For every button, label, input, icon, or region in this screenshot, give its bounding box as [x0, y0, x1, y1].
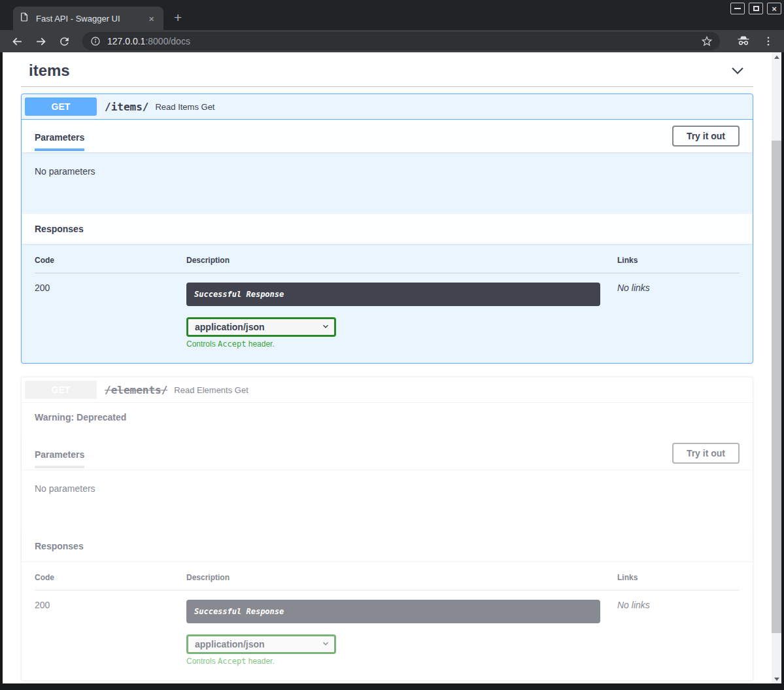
back-icon [11, 35, 24, 48]
minimize-icon [734, 8, 741, 9]
endpoint-summary-row[interactable]: GET /items/ Read Items Get [22, 94, 753, 120]
responses-body: Code Description Links 200 Successful Re… [22, 244, 753, 363]
url-host: 127.0.0.1 [107, 36, 145, 46]
try-it-out-button[interactable]: Try it out [672, 126, 740, 147]
reload-icon [58, 35, 71, 48]
accept-header-note: Controls Accept header. [186, 339, 617, 349]
no-links-text: No links [617, 591, 740, 666]
method-badge: GET [25, 381, 97, 399]
parameters-body: No parameters [22, 470, 753, 531]
window-controls: × [730, 3, 781, 14]
responses-table: Code Description Links 200 Successful Re… [35, 256, 740, 349]
incognito-icon[interactable] [736, 33, 751, 49]
no-parameters-text: No parameters [35, 483, 95, 494]
endpoint-get-elements-deprecated: GET /elements/ Read Elements Get Warning… [21, 377, 753, 681]
bookmark-star-icon[interactable] [700, 35, 713, 48]
no-parameters-text: No parameters [35, 166, 95, 177]
tab-title: Fast API - Swagger UI [36, 14, 146, 24]
scroll-down-button[interactable] [772, 674, 781, 683]
parameters-tab: Parameters [35, 439, 84, 468]
response-code: 200 [35, 273, 186, 349]
responses-table: Code Description Links 200 Successful Re… [35, 573, 740, 666]
scroll-up-button[interactable] [772, 52, 781, 61]
media-type-select[interactable]: application/json [186, 317, 336, 337]
responses-title: Responses [22, 531, 753, 561]
new-tab-button[interactable]: + [170, 9, 186, 26]
response-description-cell: Successful Response application/json Con… [186, 273, 617, 349]
parameters-header: Parameters Try it out [22, 120, 753, 152]
responses-body: Code Description Links 200 Successful Re… [22, 561, 753, 680]
parameters-header: Parameters Try it out [22, 437, 753, 470]
reload-button[interactable] [56, 33, 72, 49]
no-links-text: No links [617, 273, 740, 349]
accept-header-note: Controls Accept header. [186, 657, 617, 666]
maximize-button[interactable] [749, 3, 763, 14]
chevron-down-icon[interactable] [730, 63, 745, 78]
browser-tab[interactable]: Fast API - Swagger UI × [13, 7, 163, 30]
media-type-select-wrap: application/json [186, 317, 336, 337]
tag-title: items [29, 61, 70, 80]
links-column-header: Links [617, 573, 740, 591]
browser-toolbar: 127.0.0.1:8000/docs [0, 30, 784, 52]
endpoint-path: /elements/ [97, 384, 174, 396]
parameters-body: No parameters [22, 152, 753, 214]
minimize-button[interactable] [730, 3, 745, 14]
responses-title: Responses [22, 214, 753, 244]
title-bar: Fast API - Swagger UI × + × [0, 0, 784, 30]
tag-section-header[interactable]: items [21, 56, 753, 87]
swagger-page: items GET /items/ Read Items Get Paramet… [3, 52, 781, 683]
media-type-select-wrap: application/json [186, 634, 336, 654]
scroll-thumb[interactable] [772, 141, 781, 633]
close-icon: × [772, 5, 777, 13]
forward-icon [35, 35, 47, 48]
endpoint-summary-row[interactable]: GET /elements/ Read Elements Get [22, 377, 753, 403]
response-description-box: Successful Response [186, 600, 600, 623]
links-column-header: Links [617, 256, 740, 273]
description-column-header: Description [186, 256, 617, 273]
info-icon[interactable] [90, 36, 101, 46]
method-badge: GET [25, 97, 97, 116]
back-button[interactable] [9, 33, 25, 49]
code-column-header: Code [35, 573, 186, 591]
triangle-down-icon [774, 678, 779, 681]
swagger-content: items GET /items/ Read Items Get Paramet… [3, 52, 781, 681]
response-description-box: Successful Response [186, 283, 600, 306]
address-bar[interactable]: 127.0.0.1:8000/docs [82, 32, 720, 50]
endpoint-get-items: GET /items/ Read Items Get Parameters Tr… [21, 94, 753, 364]
response-description-cell: Successful Response application/json Con… [186, 591, 617, 666]
deprecated-warning: Warning: Deprecated [22, 403, 753, 437]
kebab-menu-icon [762, 35, 774, 47]
media-type-select[interactable]: application/json [186, 634, 336, 654]
triangle-up-icon [774, 56, 779, 59]
scrollbar[interactable] [772, 52, 781, 683]
url-path: :8000/docs [145, 36, 190, 46]
endpoint-summary: Read Elements Get [174, 385, 248, 395]
code-column-header: Code [35, 256, 186, 273]
close-button[interactable]: × [767, 3, 781, 14]
tab-close-icon[interactable]: × [146, 12, 157, 25]
endpoint-path: /items/ [97, 101, 155, 113]
maximize-icon [753, 6, 759, 11]
menu-button[interactable] [760, 33, 776, 49]
try-it-out-button[interactable]: Try it out [672, 443, 740, 464]
parameters-tab: Parameters [35, 122, 84, 151]
response-code: 200 [35, 591, 186, 666]
forward-button[interactable] [33, 33, 48, 49]
url-text: 127.0.0.1:8000/docs [107, 36, 190, 46]
endpoint-summary: Read Items Get [155, 102, 214, 112]
document-icon [19, 12, 29, 25]
description-column-header: Description [186, 573, 617, 591]
